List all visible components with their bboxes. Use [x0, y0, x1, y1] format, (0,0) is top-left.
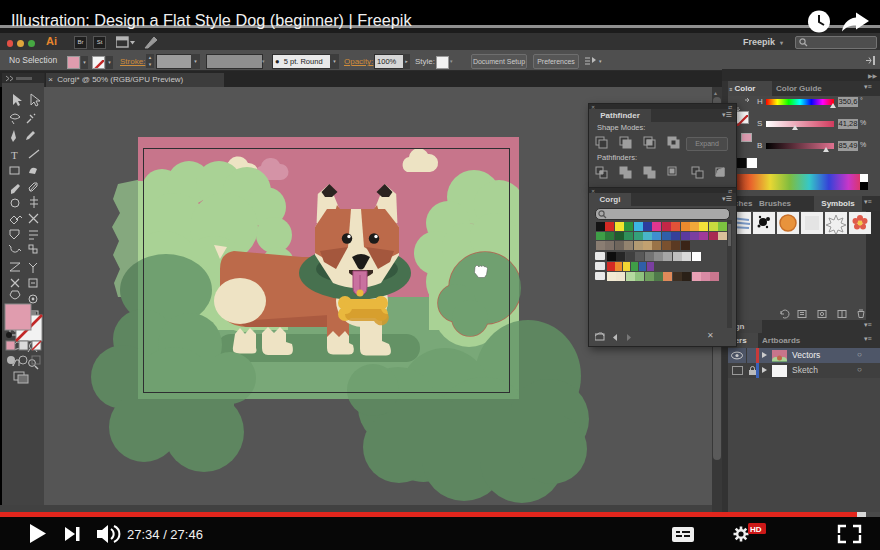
svg-text:27:34 / 27:46: 27:34 / 27:46 [127, 527, 203, 542]
svg-text:T: T [11, 149, 18, 161]
svg-text:HD: HD [750, 525, 762, 534]
